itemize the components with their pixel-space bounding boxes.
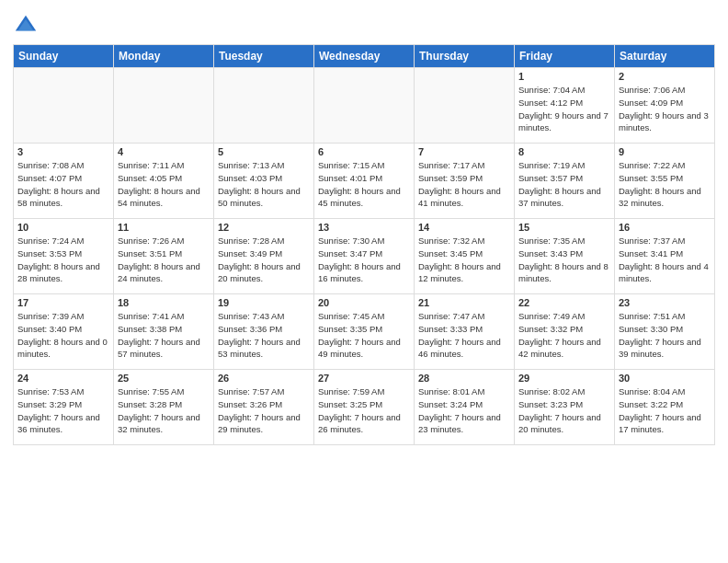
day-info: Sunrise: 7:43 AM Sunset: 3:36 PM Dayligh… — [218, 310, 310, 361]
day-info: Sunrise: 7:15 AM Sunset: 4:01 PM Dayligh… — [318, 159, 410, 210]
day-info: Sunrise: 8:01 AM Sunset: 3:24 PM Dayligh… — [418, 385, 510, 436]
weekday-header-sunday: Sunday — [14, 45, 114, 68]
weekday-header-thursday: Thursday — [415, 45, 515, 68]
day-number: 4 — [118, 146, 210, 157]
weekday-header-friday: Friday — [515, 45, 615, 68]
day-cell-1: 1Sunrise: 7:04 AM Sunset: 4:12 PM Daylig… — [515, 68, 615, 144]
logo — [13, 13, 42, 39]
week-row-2: 10Sunrise: 7:24 AM Sunset: 3:53 PM Dayli… — [14, 219, 715, 294]
day-number: 22 — [518, 297, 610, 308]
page: SundayMondayTuesdayWednesdayThursdayFrid… — [0, 0, 728, 563]
week-row-1: 3Sunrise: 7:08 AM Sunset: 4:07 PM Daylig… — [14, 144, 715, 219]
day-cell-3: 3Sunrise: 7:08 AM Sunset: 4:07 PM Daylig… — [14, 144, 114, 219]
day-number: 12 — [218, 222, 310, 233]
day-cell-27: 27Sunrise: 7:59 AM Sunset: 3:25 PM Dayli… — [314, 370, 415, 445]
day-cell-19: 19Sunrise: 7:43 AM Sunset: 3:36 PM Dayli… — [214, 294, 314, 370]
empty-cell — [314, 68, 415, 144]
day-number: 5 — [218, 146, 310, 157]
day-info: Sunrise: 7:06 AM Sunset: 4:09 PM Dayligh… — [619, 84, 711, 134]
day-info: Sunrise: 7:35 AM Sunset: 3:43 PM Dayligh… — [518, 235, 610, 285]
day-number: 15 — [518, 222, 610, 233]
day-number: 8 — [518, 146, 610, 157]
day-number: 18 — [118, 297, 210, 308]
day-cell-26: 26Sunrise: 7:57 AM Sunset: 3:26 PM Dayli… — [214, 370, 314, 445]
day-number: 28 — [418, 373, 510, 384]
day-info: Sunrise: 7:17 AM Sunset: 3:59 PM Dayligh… — [418, 159, 510, 210]
day-cell-18: 18Sunrise: 7:41 AM Sunset: 3:38 PM Dayli… — [114, 294, 214, 370]
weekday-header-monday: Monday — [114, 45, 214, 68]
day-cell-15: 15Sunrise: 7:35 AM Sunset: 3:43 PM Dayli… — [515, 219, 615, 294]
day-cell-4: 4Sunrise: 7:11 AM Sunset: 4:05 PM Daylig… — [114, 144, 214, 219]
day-info: Sunrise: 7:30 AM Sunset: 3:47 PM Dayligh… — [318, 235, 410, 285]
day-info: Sunrise: 7:19 AM Sunset: 3:57 PM Dayligh… — [518, 159, 610, 210]
day-info: Sunrise: 7:08 AM Sunset: 4:07 PM Dayligh… — [17, 159, 109, 210]
day-cell-11: 11Sunrise: 7:26 AM Sunset: 3:51 PM Dayli… — [114, 219, 214, 294]
day-number: 26 — [218, 373, 310, 384]
day-cell-22: 22Sunrise: 7:49 AM Sunset: 3:32 PM Dayli… — [515, 294, 615, 370]
day-cell-16: 16Sunrise: 7:37 AM Sunset: 3:41 PM Dayli… — [615, 219, 715, 294]
day-number: 27 — [318, 373, 410, 384]
day-info: Sunrise: 7:57 AM Sunset: 3:26 PM Dayligh… — [218, 385, 310, 436]
day-number: 19 — [218, 297, 310, 308]
day-info: Sunrise: 8:04 AM Sunset: 3:22 PM Dayligh… — [619, 385, 711, 436]
day-cell-7: 7Sunrise: 7:17 AM Sunset: 3:59 PM Daylig… — [415, 144, 515, 219]
day-number: 7 — [418, 146, 510, 157]
week-row-3: 17Sunrise: 7:39 AM Sunset: 3:40 PM Dayli… — [14, 294, 715, 370]
day-info: Sunrise: 8:02 AM Sunset: 3:23 PM Dayligh… — [518, 385, 610, 436]
day-info: Sunrise: 7:26 AM Sunset: 3:51 PM Dayligh… — [118, 235, 210, 285]
day-cell-14: 14Sunrise: 7:32 AM Sunset: 3:45 PM Dayli… — [415, 219, 515, 294]
day-info: Sunrise: 7:32 AM Sunset: 3:45 PM Dayligh… — [418, 235, 510, 285]
day-info: Sunrise: 7:37 AM Sunset: 3:41 PM Dayligh… — [619, 235, 711, 285]
weekday-header-saturday: Saturday — [615, 45, 715, 68]
day-number: 14 — [418, 222, 510, 233]
weekday-header-tuesday: Tuesday — [214, 45, 314, 68]
day-info: Sunrise: 7:11 AM Sunset: 4:05 PM Dayligh… — [118, 159, 210, 210]
day-cell-20: 20Sunrise: 7:45 AM Sunset: 3:35 PM Dayli… — [314, 294, 415, 370]
day-cell-21: 21Sunrise: 7:47 AM Sunset: 3:33 PM Dayli… — [415, 294, 515, 370]
day-number: 20 — [318, 297, 410, 308]
weekday-header-row: SundayMondayTuesdayWednesdayThursdayFrid… — [14, 45, 715, 68]
header — [13, 9, 715, 39]
day-number: 25 — [118, 373, 210, 384]
day-info: Sunrise: 7:28 AM Sunset: 3:49 PM Dayligh… — [218, 235, 310, 285]
day-cell-28: 28Sunrise: 8:01 AM Sunset: 3:24 PM Dayli… — [415, 370, 515, 445]
day-info: Sunrise: 7:51 AM Sunset: 3:30 PM Dayligh… — [619, 310, 711, 361]
empty-cell — [415, 68, 515, 144]
empty-cell — [214, 68, 314, 144]
day-number: 11 — [118, 222, 210, 233]
day-number: 16 — [619, 222, 711, 233]
day-info: Sunrise: 7:24 AM Sunset: 3:53 PM Dayligh… — [17, 235, 109, 285]
day-cell-8: 8Sunrise: 7:19 AM Sunset: 3:57 PM Daylig… — [515, 144, 615, 219]
day-cell-13: 13Sunrise: 7:30 AM Sunset: 3:47 PM Dayli… — [314, 219, 415, 294]
day-info: Sunrise: 7:22 AM Sunset: 3:55 PM Dayligh… — [619, 159, 711, 210]
day-cell-6: 6Sunrise: 7:15 AM Sunset: 4:01 PM Daylig… — [314, 144, 415, 219]
day-cell-10: 10Sunrise: 7:24 AM Sunset: 3:53 PM Dayli… — [14, 219, 114, 294]
day-info: Sunrise: 7:04 AM Sunset: 4:12 PM Dayligh… — [518, 84, 610, 134]
day-info: Sunrise: 7:53 AM Sunset: 3:29 PM Dayligh… — [17, 385, 109, 436]
day-cell-2: 2Sunrise: 7:06 AM Sunset: 4:09 PM Daylig… — [615, 68, 715, 144]
day-cell-30: 30Sunrise: 8:04 AM Sunset: 3:22 PM Dayli… — [615, 370, 715, 445]
day-info: Sunrise: 7:55 AM Sunset: 3:28 PM Dayligh… — [118, 385, 210, 436]
weekday-header-wednesday: Wednesday — [314, 45, 415, 68]
day-number: 24 — [17, 373, 109, 384]
day-number: 21 — [418, 297, 510, 308]
day-number: 13 — [318, 222, 410, 233]
day-number: 29 — [518, 373, 610, 384]
day-number: 30 — [619, 373, 711, 384]
day-number: 17 — [17, 297, 109, 308]
week-row-4: 24Sunrise: 7:53 AM Sunset: 3:29 PM Dayli… — [14, 370, 715, 445]
day-number: 2 — [619, 71, 711, 82]
day-info: Sunrise: 7:49 AM Sunset: 3:32 PM Dayligh… — [518, 310, 610, 361]
day-cell-17: 17Sunrise: 7:39 AM Sunset: 3:40 PM Dayli… — [14, 294, 114, 370]
day-info: Sunrise: 7:47 AM Sunset: 3:33 PM Dayligh… — [418, 310, 510, 361]
day-cell-25: 25Sunrise: 7:55 AM Sunset: 3:28 PM Dayli… — [114, 370, 214, 445]
day-cell-12: 12Sunrise: 7:28 AM Sunset: 3:49 PM Dayli… — [214, 219, 314, 294]
day-cell-24: 24Sunrise: 7:53 AM Sunset: 3:29 PM Dayli… — [14, 370, 114, 445]
day-cell-29: 29Sunrise: 8:02 AM Sunset: 3:23 PM Dayli… — [515, 370, 615, 445]
day-number: 9 — [619, 146, 711, 157]
empty-cell — [14, 68, 114, 144]
day-number: 1 — [518, 71, 610, 82]
empty-cell — [114, 68, 214, 144]
calendar: SundayMondayTuesdayWednesdayThursdayFrid… — [13, 44, 715, 445]
day-cell-5: 5Sunrise: 7:13 AM Sunset: 4:03 PM Daylig… — [214, 144, 314, 219]
